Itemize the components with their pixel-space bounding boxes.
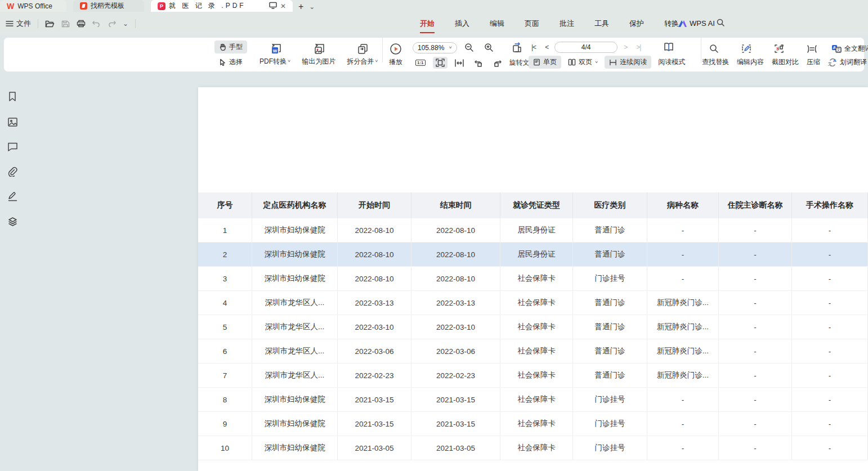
wps-ai-button[interactable]: WPS AI bbox=[678, 19, 715, 28]
fit-page-button[interactable] bbox=[433, 57, 448, 69]
edit-content-icon[interactable] bbox=[739, 42, 754, 55]
previous-page-icon[interactable]: < bbox=[542, 42, 551, 53]
zoom-in-icon[interactable] bbox=[481, 41, 496, 54]
last-page-icon[interactable]: >| bbox=[633, 42, 643, 53]
play-button[interactable]: 播放 bbox=[386, 42, 406, 68]
table-cell: 社会保障卡 bbox=[500, 267, 573, 290]
table-header-cell: 就诊凭证类型 bbox=[500, 192, 573, 218]
table-cell: - bbox=[647, 436, 719, 460]
screenshot-compare-icon[interactable] bbox=[771, 42, 787, 55]
table-row[interactable]: 5深圳市龙华区人...2022-03-102022-03-10社会保障卡普通门诊… bbox=[198, 315, 868, 339]
continuous-reading-button[interactable]: 连续阅读 bbox=[605, 56, 651, 69]
menu-item-3[interactable]: 页面 bbox=[514, 15, 549, 32]
table-cell: 深圳市龙华区人... bbox=[252, 364, 338, 387]
rotate-left-icon[interactable] bbox=[471, 57, 486, 69]
table-cell: 2022-03-13 bbox=[411, 291, 500, 315]
zoom-out-icon[interactable] bbox=[462, 41, 477, 54]
image-panel-icon[interactable] bbox=[6, 116, 19, 128]
undo-icon[interactable] bbox=[92, 20, 101, 27]
hand-tool-label: 手型 bbox=[229, 42, 243, 52]
table-row[interactable]: 4深圳市龙华区人...2022-03-132022-03-13社会保障卡普通门诊… bbox=[198, 291, 868, 315]
table-row[interactable]: 3深圳市妇幼保健院2022-08-102022-08-10社会保障卡门诊挂号--… bbox=[198, 267, 868, 291]
file-menu-button[interactable]: 文件 bbox=[6, 19, 31, 29]
medical-records-table: 序号定点医药机构名称开始时间结束时间就诊凭证类型医疗类别病种名称住院主诊断名称手… bbox=[198, 192, 868, 460]
pdf-page[interactable]: 序号定点医药机构名称开始时间结束时间就诊凭证类型医疗类别病种名称住院主诊断名称手… bbox=[198, 87, 868, 471]
print-icon[interactable] bbox=[77, 20, 86, 28]
table-row[interactable]: 2深圳市妇幼保健院2022-08-102022-08-10居民身份证普通门诊--… bbox=[198, 243, 868, 267]
save-icon[interactable] bbox=[61, 20, 70, 28]
menu-item-1[interactable]: 插入 bbox=[445, 15, 480, 32]
compress-label[interactable]: 压缩 bbox=[807, 57, 820, 67]
edit-content-label[interactable]: 编辑内容 bbox=[737, 57, 764, 67]
table-cell: - bbox=[719, 267, 792, 290]
menu-bar: 文件 ⌄ 开始插入编辑页面批注工具保护转换 WPS AI bbox=[0, 12, 868, 35]
menu-items: 开始插入编辑页面批注工具保护转换 bbox=[410, 15, 689, 32]
menu-item-5[interactable]: 工具 bbox=[584, 15, 619, 32]
select-tool-button[interactable]: 选择 bbox=[214, 56, 247, 69]
continuous-reading-label: 连续阅读 bbox=[620, 57, 647, 67]
medical-table-body: 1深圳市妇幼保健院2022-08-102022-08-10居民身份证普通门诊--… bbox=[198, 218, 868, 460]
attachment-icon[interactable] bbox=[6, 165, 19, 178]
full-translate-button[interactable]: A文 全文翻译 bbox=[831, 44, 868, 53]
table-row[interactable]: 9深圳市妇幼保健院2021-03-152021-03-15社会保障卡门诊挂号--… bbox=[198, 412, 868, 436]
read-mode-button[interactable]: 阅读模式 bbox=[654, 56, 690, 69]
tab-wps-office[interactable]: W WPS Office bbox=[0, 0, 66, 12]
word-translate-button[interactable]: 文A 划词翻译 ˅ bbox=[828, 57, 868, 67]
bookmark-icon[interactable] bbox=[6, 90, 19, 104]
export-image-button[interactable]: 输出为图片 bbox=[298, 42, 339, 68]
double-page-button[interactable]: 双页 ˅ bbox=[563, 56, 602, 69]
table-row[interactable]: 8深圳市妇幼保健院2021-03-152021-03-15社会保障卡门诊挂号--… bbox=[198, 388, 868, 412]
tab-document-pdf[interactable]: P 就 医 记 录 .PDF ✕ bbox=[151, 0, 293, 12]
table-cell: 普通门诊 bbox=[573, 339, 647, 363]
read-mode-icon[interactable] bbox=[660, 41, 677, 53]
tab-document-label: 就 医 记 录 .PDF bbox=[169, 1, 246, 11]
next-page-icon[interactable]: > bbox=[621, 42, 630, 53]
screenshot-compare-label[interactable]: 截图对比 bbox=[772, 57, 799, 67]
open-file-icon[interactable] bbox=[45, 20, 55, 28]
compress-icon[interactable] bbox=[804, 43, 820, 55]
tab-list-chevron-icon[interactable]: ⌄ bbox=[309, 3, 315, 11]
layers-icon[interactable] bbox=[6, 216, 19, 228]
ribbon-toolbar: 手型 选择 W PDF转换˅ 输出为图片 拆分合并˅ 播放 bbox=[3, 37, 865, 72]
fit-width-button[interactable] bbox=[452, 57, 467, 69]
signature-pen-icon[interactable] bbox=[6, 190, 19, 203]
monitor-icon[interactable] bbox=[269, 2, 277, 11]
split-merge-button[interactable]: 拆分合并˅ bbox=[343, 42, 381, 68]
actual-size-button[interactable]: 1:1 bbox=[413, 58, 428, 68]
pdf-convert-button[interactable]: W PDF转换˅ bbox=[256, 42, 294, 68]
redo-icon[interactable] bbox=[108, 20, 116, 27]
table-cell: - bbox=[647, 267, 719, 290]
menu-item-4[interactable]: 批注 bbox=[549, 15, 584, 32]
table-row[interactable]: 7深圳市龙华区人...2022-02-232022-02-23社会保障卡普通门诊… bbox=[198, 364, 868, 388]
double-page-label: 双页 bbox=[579, 57, 592, 67]
table-row[interactable]: 1深圳市妇幼保健院2022-08-102022-08-10居民身份证普通门诊--… bbox=[198, 218, 868, 243]
search-menu-icon[interactable] bbox=[716, 18, 725, 29]
find-replace-label[interactable]: 查找替换 bbox=[702, 57, 729, 67]
hand-tool-button[interactable]: 手型 bbox=[214, 41, 247, 53]
quick-access-chevron-icon[interactable]: ⌄ bbox=[123, 20, 128, 28]
table-header-cell: 结束时间 bbox=[411, 192, 500, 218]
tab-wps-office-label: WPS Office bbox=[17, 2, 52, 10]
file-menu-label: 文件 bbox=[16, 19, 31, 29]
rotate-right-icon[interactable] bbox=[490, 57, 505, 69]
first-page-icon[interactable]: |< bbox=[529, 42, 539, 53]
table-cell: 普通门诊 bbox=[573, 364, 647, 387]
comment-panel-icon[interactable] bbox=[6, 141, 19, 152]
close-tab-icon[interactable]: ✕ bbox=[280, 2, 286, 10]
table-cell: 社会保障卡 bbox=[500, 436, 573, 460]
rotate-document-icon[interactable] bbox=[509, 41, 526, 55]
menu-item-0[interactable]: 开始 bbox=[410, 15, 445, 32]
table-cell: 普通门诊 bbox=[573, 243, 647, 266]
page-number-input[interactable]: 4/4 bbox=[554, 42, 618, 53]
single-page-button[interactable]: 单页 bbox=[529, 56, 561, 69]
table-cell: - bbox=[792, 339, 868, 363]
table-row[interactable]: 10深圳市妇幼保健院2021-03-052021-03-05社会保障卡门诊挂号-… bbox=[198, 436, 868, 460]
menu-item-6[interactable]: 保护 bbox=[619, 15, 654, 32]
tab-docer-templates[interactable]: 找稻壳模板 bbox=[73, 0, 144, 12]
table-cell: 8 bbox=[198, 388, 252, 411]
find-replace-icon[interactable] bbox=[706, 42, 722, 55]
table-row[interactable]: 6深圳市龙华区人...2022-03-062022-03-06社会保障卡普通门诊… bbox=[198, 339, 868, 364]
zoom-level-select[interactable]: 105.88% ˅ bbox=[413, 42, 457, 53]
menu-item-2[interactable]: 编辑 bbox=[480, 15, 514, 32]
new-tab-icon[interactable]: + bbox=[298, 2, 303, 12]
